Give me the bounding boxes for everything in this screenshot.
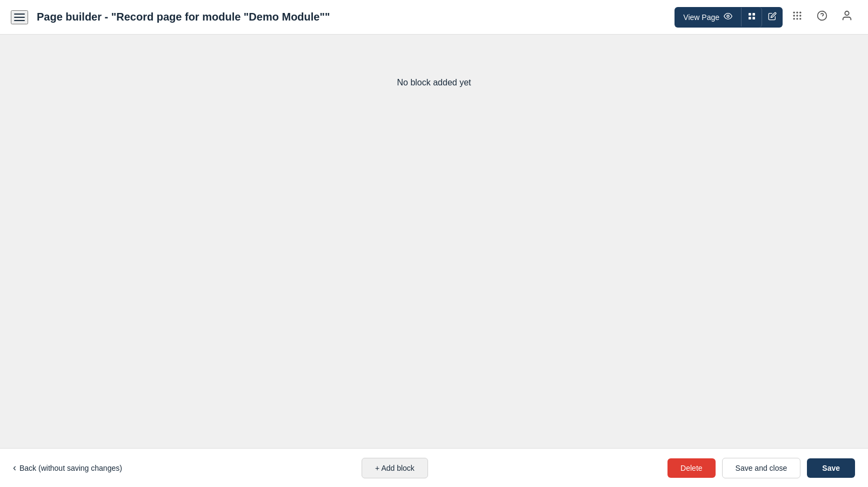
svg-point-10 [799,15,801,16]
save-label: Save [822,464,840,472]
footer: Back (without saving changes) + Add bloc… [0,448,868,487]
svg-point-11 [793,18,795,19]
header-actions: View Page [675,7,857,28]
svg-point-7 [799,12,801,14]
eye-icon [724,12,732,22]
save-close-label: Save and close [736,464,787,472]
svg-rect-4 [752,17,755,19]
add-block-label: + Add block [375,464,415,472]
help-button[interactable] [812,7,832,28]
grid-icon [747,12,756,23]
page-title: Page builder - "Record page for module "… [37,11,666,23]
svg-point-13 [799,18,801,19]
grid-view-button[interactable] [742,7,762,28]
user-icon [841,10,853,24]
view-page-button[interactable]: View Page [675,8,742,26]
svg-point-8 [793,15,795,16]
svg-rect-3 [749,17,751,19]
svg-point-9 [796,15,798,16]
apps-icon [792,10,803,24]
user-button[interactable] [837,7,857,28]
empty-message: No block added yet [397,78,471,88]
delete-label: Delete [680,464,702,472]
header: Page builder - "Record page for module "… [0,0,868,35]
apps-button[interactable] [787,7,807,28]
footer-right: Delete Save and close Save [667,458,855,478]
svg-rect-1 [749,13,751,16]
svg-point-16 [845,11,849,15]
delete-button[interactable]: Delete [667,458,715,478]
back-button[interactable]: Back (without saving changes) [13,462,122,473]
save-button[interactable]: Save [807,458,855,478]
edit-icon [768,12,777,23]
help-icon [817,10,827,24]
view-page-label: View Page [683,13,719,22]
back-label: Back (without saving changes) [19,464,122,472]
main-content: No block added yet [0,35,868,448]
menu-button[interactable] [11,10,28,24]
svg-rect-2 [752,13,755,16]
edit-view-button[interactable] [762,7,783,28]
svg-point-12 [796,18,798,19]
add-block-button[interactable]: + Add block [362,458,428,478]
svg-point-0 [727,15,729,17]
svg-point-6 [796,12,798,14]
svg-point-5 [793,12,795,14]
save-close-button[interactable]: Save and close [722,458,801,478]
